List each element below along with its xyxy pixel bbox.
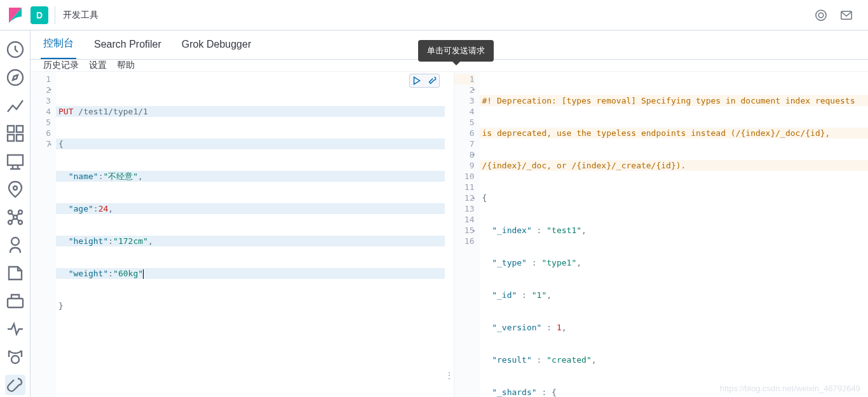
svg-rect-6 [17,126,23,132]
siem-icon[interactable] [5,347,25,367]
svg-point-18 [11,356,19,363]
request-editor[interactable]: 1 2▾ 3 4 5 6 7▴ PUT /test1/type1/1 { "na… [31,72,445,397]
logs-icon[interactable] [5,263,25,283]
tab-search-profiler[interactable]: Search Profiler [92,32,164,59]
ml-icon[interactable] [5,207,25,227]
tooltip: 单击可发送请求 [418,40,494,62]
newsfeed-icon[interactable] [815,9,827,22]
svg-point-0 [816,10,826,20]
tab-grok-debugger[interactable]: Grok Debugger [179,32,254,59]
wrench-button[interactable] [426,75,438,86]
svg-rect-9 [8,155,23,165]
tab-console[interactable]: 控制台 [41,30,76,59]
response-code: #! Deprecation: [types removal] Specifyi… [480,72,869,397]
canvas-icon[interactable] [5,151,25,172]
metrics-icon[interactable] [5,235,25,255]
visualize-icon[interactable] [5,95,25,116]
request-code[interactable]: PUT /test1/type1/1 { "name":"不经意", "age"… [56,72,445,397]
dev-tools-icon[interactable] [5,375,25,395]
uptime-icon[interactable] [5,319,25,339]
breadcrumb: 开发工具 [63,10,815,21]
send-request-button[interactable] [410,75,423,86]
svg-rect-8 [17,135,23,141]
help-link[interactable]: 帮助 [117,60,135,71]
svg-rect-5 [8,126,14,132]
response-gutter: 1 2▾ 3 4 5 6 7 8▾ 9 10 11 12▴ 13 14 15▴ … [454,72,480,397]
svg-point-16 [11,238,19,245]
space-selector[interactable]: D [31,6,48,24]
dashboard-icon[interactable] [5,123,25,144]
mail-icon[interactable] [840,9,853,22]
divider [55,6,55,24]
request-gutter: 1 2▾ 3 4 5 6 7▴ [31,72,56,397]
svg-rect-7 [8,135,14,141]
response-viewer[interactable]: 1 2▾ 3 4 5 6 7 8▾ 9 10 11 12▴ 13 14 15▴ … [454,72,869,397]
recently-viewed-icon[interactable] [5,39,25,60]
top-header: D 开发工具 [0,0,868,30]
apm-icon[interactable] [5,291,25,311]
request-actions [409,74,440,88]
settings-link[interactable]: 设置 [89,60,107,71]
svg-point-10 [13,186,17,190]
discover-icon[interactable] [5,67,25,88]
svg-point-4 [8,70,23,85]
watermark: https://blog.csdn.net/weixin_46792649 [720,384,860,393]
svg-point-1 [818,13,824,18]
kibana-logo[interactable] [5,5,25,25]
svg-rect-17 [8,299,23,307]
history-link[interactable]: 历史记录 [43,60,79,71]
maps-icon[interactable] [5,179,25,199]
resize-handle[interactable]: ⋮ [445,72,454,397]
sidebar-nav [0,30,31,397]
